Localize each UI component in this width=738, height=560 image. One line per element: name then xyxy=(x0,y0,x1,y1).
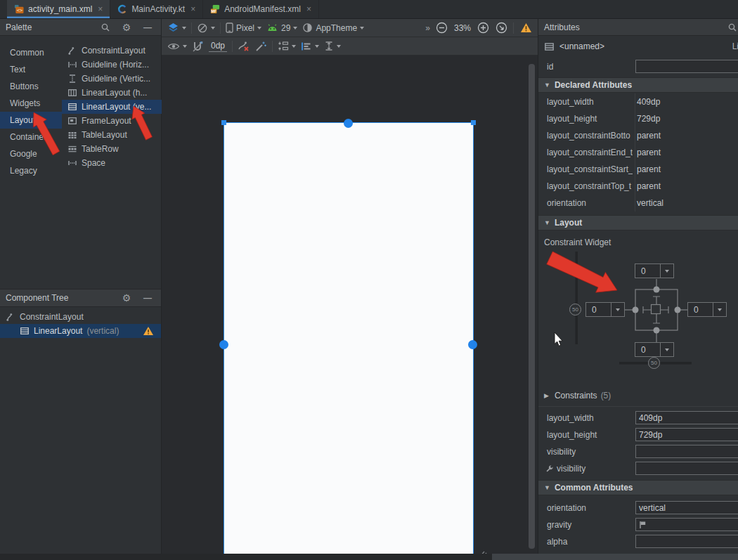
gravity-input[interactable] xyxy=(635,518,738,531)
palette-item-framelayout[interactable]: FrameLayout xyxy=(62,114,162,128)
design-canvas[interactable] xyxy=(162,56,538,560)
canvas-vertical-scrollbar[interactable] xyxy=(529,64,535,549)
margin-bottom-dropdown[interactable]: 0 xyxy=(635,342,674,357)
layout-width-input[interactable] xyxy=(635,411,738,424)
phone-icon xyxy=(226,22,233,33)
device-screen-linearlayout[interactable] xyxy=(224,122,474,560)
palette-category-legacy[interactable]: Legacy xyxy=(0,162,62,179)
search-icon[interactable] xyxy=(98,20,113,34)
attribute-row[interactable]: layout_constraintTop_tparent xyxy=(538,178,738,195)
vertical-bias-value[interactable]: 50 xyxy=(569,304,581,315)
view-options-button[interactable] xyxy=(167,42,187,51)
palette-category-buttons[interactable]: Buttons xyxy=(0,78,62,95)
close-icon[interactable]: × xyxy=(98,4,103,14)
resize-handle-top-left[interactable] xyxy=(221,120,226,125)
layout-height-input[interactable] xyxy=(635,428,738,441)
section-declared-attributes[interactable]: ▼ Declared Attributes xyxy=(538,77,738,93)
tab-mainactivity-kt[interactable]: MainActivity.kt × xyxy=(110,0,203,18)
default-margin-button[interactable]: 0dp xyxy=(209,41,227,52)
palette-item-linearlayout-vertical[interactable]: LinearLayout (ve... xyxy=(62,100,162,114)
flag-icon[interactable] xyxy=(639,521,647,529)
svg-text:<>: <> xyxy=(17,8,22,13)
hide-panel-icon[interactable]: — xyxy=(140,20,155,34)
constraint-anchor-bottom[interactable] xyxy=(654,327,660,334)
palette-category-common[interactable]: Common xyxy=(0,44,62,61)
theme-button[interactable]: AppTheme xyxy=(302,22,364,33)
pack-button[interactable] xyxy=(278,41,296,51)
zoom-in-button[interactable] xyxy=(477,22,489,34)
anchor-right[interactable] xyxy=(468,340,477,349)
palette-category-google[interactable]: Google xyxy=(0,145,62,162)
gear-icon[interactable]: ⚙ xyxy=(119,291,134,305)
tab-activity-main-xml[interactable]: <> activity_main.xml × xyxy=(7,0,110,18)
constraint-connector-left[interactable] xyxy=(643,306,652,313)
palette-item-constraintlayout[interactable]: ConstraintLayout xyxy=(62,44,162,58)
close-icon[interactable]: × xyxy=(190,4,195,14)
margin-left-dropdown[interactable]: 0 xyxy=(585,302,625,317)
zoom-out-button[interactable] xyxy=(436,22,448,34)
tree-node-constraintlayout[interactable]: ConstraintLayout xyxy=(0,310,161,324)
constraint-connector-right[interactable] xyxy=(661,306,669,313)
orientation-input[interactable] xyxy=(635,501,738,514)
clear-constraints-button[interactable] xyxy=(238,41,250,52)
resize-handle-top-right[interactable] xyxy=(471,120,476,125)
margin-right-dropdown[interactable]: 0 xyxy=(687,302,727,317)
distribute-button[interactable] xyxy=(324,41,341,51)
anchor-top[interactable] xyxy=(344,119,353,128)
constraint-connector-top[interactable] xyxy=(653,297,660,305)
editor-tab-bar: <> activity_main.xml × MainActivity.kt ×… xyxy=(0,0,738,19)
device-button[interactable]: Pixel xyxy=(226,22,261,33)
hide-panel-icon[interactable]: — xyxy=(140,291,155,305)
autoconnect-button[interactable] xyxy=(192,41,204,52)
anchor-left[interactable] xyxy=(219,340,228,349)
section-constraints[interactable]: ▶ Constraints (5) xyxy=(538,388,738,403)
attribute-row[interactable]: layout_height729dp xyxy=(538,110,738,127)
tools-visibility-input[interactable] xyxy=(635,462,738,475)
api-level-button[interactable]: 29 xyxy=(266,23,297,33)
chevron-down-icon[interactable] xyxy=(660,343,673,356)
attribute-row[interactable]: layout_constraintBottoparent xyxy=(538,127,738,144)
palette-item-space[interactable]: Space xyxy=(62,156,162,170)
vertical-bias-slider[interactable] xyxy=(576,252,578,344)
palette-item-guideline-vertical[interactable]: Guideline (Vertic... xyxy=(62,72,162,86)
palette-item-linearlayout-horizontal[interactable]: LinearLayout (h... xyxy=(62,86,162,100)
attribute-row[interactable]: layout_constraintStart_parent xyxy=(538,161,738,178)
visibility-input[interactable] xyxy=(635,445,738,458)
orientation-button[interactable] xyxy=(197,22,215,34)
constraint-connector-bottom[interactable] xyxy=(653,314,660,324)
attribute-row[interactable]: layout_constraintEnd_tparent xyxy=(538,144,738,161)
chevron-down-icon[interactable] xyxy=(713,303,726,316)
constraint-anchor-left[interactable] xyxy=(633,307,639,313)
section-common-attributes[interactable]: ▼ Common Attributes xyxy=(538,480,738,495)
align-button[interactable] xyxy=(301,41,319,51)
tree-node-linearlayout-vertical[interactable]: LinearLayout(vertical) xyxy=(0,324,161,338)
magic-wand-icon xyxy=(255,41,267,52)
palette-category-widgets[interactable]: Widgets xyxy=(0,95,62,112)
gear-icon[interactable]: ⚙ xyxy=(119,20,134,34)
tab-androidmanifest-xml[interactable]: MF AndroidManifest.xml × xyxy=(203,0,319,18)
section-layout[interactable]: ▼ Layout xyxy=(538,215,738,230)
palette-category-text[interactable]: Text xyxy=(0,61,62,78)
chevron-down-icon[interactable] xyxy=(660,264,673,278)
constraint-anchor-right[interactable] xyxy=(675,307,681,313)
more-actions-chevrons[interactable]: » xyxy=(425,23,430,33)
design-mode-button[interactable] xyxy=(167,22,186,33)
palette-category-layouts[interactable]: Layouts xyxy=(0,112,62,129)
palette-item-tablerow[interactable]: TableRow xyxy=(62,142,162,156)
attribute-row[interactable]: layout_width409dp xyxy=(538,93,738,110)
attribute-row[interactable]: orientationvertical xyxy=(538,195,738,211)
palette-item-guideline-horizontal[interactable]: Guideline (Horiz... xyxy=(62,58,162,72)
constraint-anchor-top[interactable] xyxy=(654,287,660,293)
infer-constraints-button[interactable] xyxy=(255,41,267,52)
margin-top-dropdown[interactable]: 0 xyxy=(635,263,674,278)
chevron-down-icon[interactable] xyxy=(611,303,624,316)
palette-category-containers[interactable]: Containers xyxy=(0,129,62,145)
close-icon[interactable]: × xyxy=(306,4,311,14)
warnings-button[interactable] xyxy=(519,22,532,34)
alpha-input[interactable] xyxy=(635,535,738,548)
horizontal-bias-value[interactable]: 50 xyxy=(648,357,660,369)
id-input[interactable] xyxy=(635,60,738,73)
search-icon[interactable] xyxy=(725,20,738,34)
palette-item-tablelayout[interactable]: TableLayout xyxy=(62,128,162,142)
zoom-to-fit-button[interactable] xyxy=(495,22,507,34)
